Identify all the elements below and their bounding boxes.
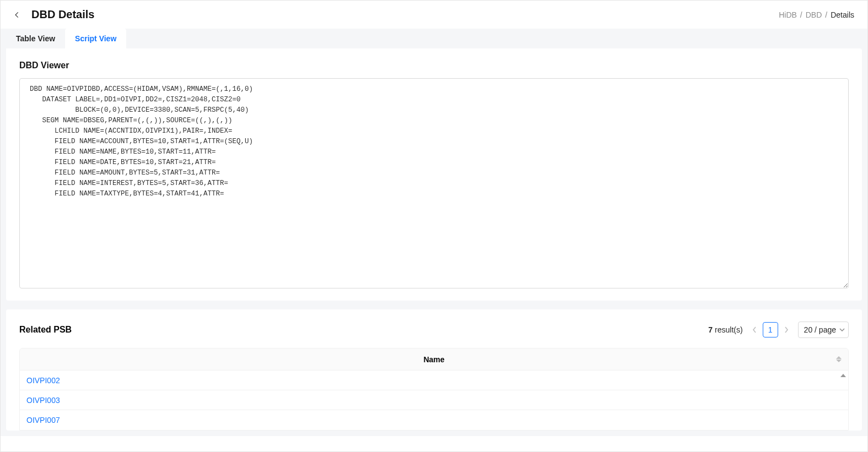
breadcrumb: HiDB / DBD / Details	[779, 10, 854, 19]
breadcrumb-item[interactable]: DBD	[806, 10, 822, 19]
table-row: OIVPI007	[20, 410, 848, 430]
body-area: Table View Script View DBD Viewer DBD NA…	[1, 29, 867, 436]
psb-link[interactable]: OIVPI003	[26, 396, 60, 405]
related-psb-title: Related PSB	[19, 325, 72, 335]
viewer-panel: DBD Viewer DBD NAME=OIVPIDBD,ACCESS=(HID…	[6, 48, 862, 301]
psb-link[interactable]: OIVPI007	[26, 416, 60, 424]
breadcrumb-item[interactable]: HiDB	[779, 10, 797, 19]
caret-down-icon	[836, 360, 842, 362]
results-count-suffix: result(s)	[713, 325, 742, 334]
chevron-right-icon	[784, 326, 789, 333]
pager-prev[interactable]	[748, 323, 761, 337]
pager-page-1[interactable]: 1	[763, 322, 778, 337]
viewer-title: DBD Viewer	[19, 61, 849, 70]
script-textarea[interactable]: DBD NAME=OIVPIDBD,ACCESS=(HIDAM,VSAM),RM…	[19, 78, 849, 288]
pager: 1	[748, 322, 792, 337]
chevron-down-icon	[839, 328, 845, 331]
header-left: DBD Details	[12, 8, 94, 21]
table-body: OIVPI002 OIVPI003 OIVPI007	[20, 371, 848, 430]
results-count: 7 result(s)	[708, 325, 742, 334]
psb-header-row: Related PSB 7 result(s) 1 20 / page	[19, 322, 849, 338]
table-header: Name	[20, 348, 848, 371]
caret-up-icon	[836, 356, 842, 359]
psb-controls: 7 result(s) 1 20 / page	[708, 322, 849, 338]
table-row: OIVPI002	[20, 371, 848, 390]
table-row: OIVPI003	[20, 390, 848, 410]
pager-next[interactable]	[780, 323, 792, 337]
psb-link[interactable]: OIVPI002	[26, 376, 60, 385]
tab-table-view[interactable]: Table View	[6, 29, 65, 48]
breadcrumb-current: Details	[831, 10, 854, 19]
psb-table: Name OIVPI002 OIVPI003 OIVPI007	[19, 348, 849, 431]
page-size-select[interactable]: 20 / page	[798, 322, 849, 338]
breadcrumb-sep: /	[825, 10, 827, 19]
results-count-number: 7	[708, 325, 713, 334]
chevron-left-icon	[13, 11, 21, 19]
tabs: Table View Script View	[6, 29, 862, 48]
back-button[interactable]	[12, 9, 23, 20]
related-psb-panel: Related PSB 7 result(s) 1 20 / page	[6, 309, 862, 431]
chevron-left-icon	[752, 326, 757, 333]
column-name[interactable]: Name	[26, 355, 842, 364]
page-header: DBD Details HiDB / DBD / Details	[1, 1, 867, 29]
scroll-up-icon[interactable]	[840, 374, 846, 377]
tab-script-view[interactable]: Script View	[65, 29, 126, 48]
page-size-value: 20 / page	[804, 325, 836, 334]
sort-icon[interactable]	[836, 356, 842, 362]
page-title: DBD Details	[31, 8, 94, 21]
breadcrumb-sep: /	[800, 10, 802, 19]
